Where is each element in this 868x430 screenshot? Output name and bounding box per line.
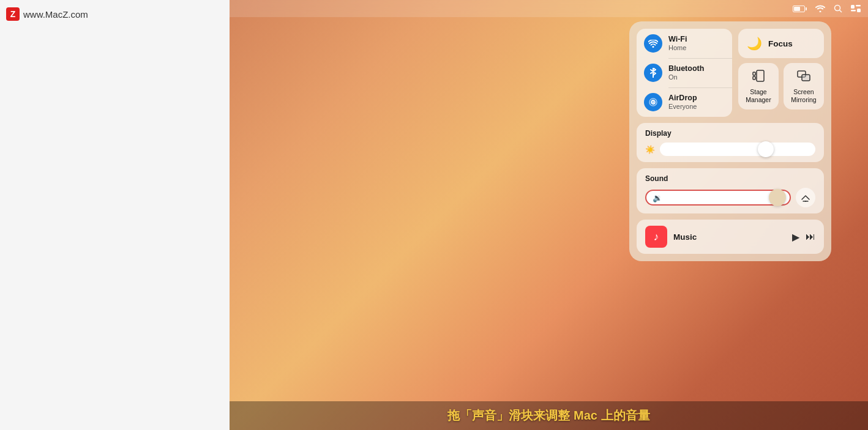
wifi-tile[interactable]: Wi-Fi Home	[637, 29, 732, 58]
playback-controls: ▶ ⏭	[792, 231, 815, 243]
svg-rect-5	[857, 9, 861, 12]
volume-icon: 🔉	[653, 193, 662, 202]
wifi-menubar-icon[interactable]	[815, 5, 825, 12]
caption-bar: 拖「声音」滑块来调整 Mac 上的音量	[230, 401, 868, 430]
volume-thumb[interactable]	[769, 189, 786, 206]
now-playing-app: Music	[673, 232, 786, 242]
music-app-icon: ♪	[645, 226, 667, 248]
caption-text: 拖「声音」滑块来调整 Mac 上的音量	[447, 409, 649, 422]
focus-tile[interactable]: 🌙 Focus	[738, 29, 824, 58]
svg-line-1	[840, 10, 842, 13]
airplay-button[interactable]	[796, 188, 815, 207]
watermark-url: www.MacZ.com	[23, 9, 88, 20]
stage-manager-label: Stage Manager	[743, 88, 774, 103]
screen-mirroring-button[interactable]: Screen Mirroring	[784, 63, 824, 109]
bluetooth-text: Bluetooth On	[668, 64, 704, 81]
wifi-text: Wi-Fi Home	[668, 35, 687, 52]
svg-point-6	[653, 46, 654, 48]
svg-point-0	[835, 6, 840, 11]
svg-point-16	[805, 201, 806, 202]
focus-moon-icon: 🌙	[747, 36, 762, 51]
svg-point-10	[653, 102, 654, 103]
battery-icon	[793, 6, 807, 12]
skip-button[interactable]: ⏭	[806, 231, 815, 242]
sound-slider-row: 🔉	[645, 188, 815, 207]
bluetooth-icon	[644, 64, 662, 82]
network-group: Wi-Fi Home Bluetooth On	[637, 29, 732, 117]
sound-section: Sound 🔉	[637, 168, 824, 213]
svg-rect-12	[753, 72, 755, 75]
wifi-name: Wi-Fi	[668, 35, 687, 44]
wifi-icon	[644, 34, 662, 53]
screen-buttons-pair: Stage Manager Screen Mirroring	[738, 63, 824, 109]
display-section: Display ☀️	[637, 123, 824, 162]
search-menubar-icon[interactable]	[834, 4, 842, 13]
left-panel: Z www.MacZ.com	[0, 0, 230, 430]
controlcenter-menubar-icon[interactable]	[851, 5, 861, 12]
screen-mirroring-label: Screen Mirroring	[788, 88, 819, 103]
airdrop-name: AirDrop	[668, 94, 697, 103]
brightness-icon: ☀️	[645, 145, 655, 154]
airdrop-status: Everyone	[668, 103, 697, 111]
watermark-logo: Z	[6, 7, 20, 21]
svg-rect-3	[856, 5, 861, 7]
screen-mirroring-icon	[797, 69, 810, 86]
airdrop-tile[interactable]: AirDrop Everyone	[637, 87, 732, 117]
airdrop-icon	[644, 93, 662, 111]
airdrop-text: AirDrop Everyone	[668, 94, 697, 111]
brightness-slider[interactable]	[660, 143, 815, 156]
stage-manager-button[interactable]: Stage Manager	[738, 63, 779, 109]
svg-rect-15	[802, 75, 810, 81]
bluetooth-status: On	[668, 73, 704, 81]
focus-label: Focus	[768, 39, 793, 48]
right-widgets: 🌙 Focus Stage Manager	[738, 29, 824, 117]
watermark: Z www.MacZ.com	[6, 7, 88, 21]
bluetooth-tile[interactable]: Bluetooth On	[637, 58, 732, 87]
stage-manager-icon	[752, 69, 765, 86]
play-button[interactable]: ▶	[792, 231, 799, 243]
control-center: Wi-Fi Home Bluetooth On	[629, 21, 831, 261]
svg-rect-11	[757, 70, 764, 81]
menu-bar	[230, 0, 868, 17]
bluetooth-name: Bluetooth	[668, 64, 704, 73]
display-title: Display	[645, 129, 815, 138]
sound-track-wrapper: 🔉	[645, 190, 791, 206]
sound-title: Sound	[645, 174, 815, 183]
widgets-area: Wi-Fi Home Bluetooth On	[637, 29, 824, 117]
now-playing-section: ♪ Music ▶ ⏭	[637, 220, 824, 254]
svg-rect-13	[753, 76, 755, 80]
volume-slider[interactable]: 🔉	[645, 190, 791, 206]
wifi-status: Home	[668, 44, 687, 52]
display-slider-row: ☀️	[645, 143, 815, 156]
right-panel: Wi-Fi Home Bluetooth On	[230, 0, 868, 430]
svg-rect-2	[851, 5, 855, 9]
svg-rect-4	[851, 10, 856, 12]
